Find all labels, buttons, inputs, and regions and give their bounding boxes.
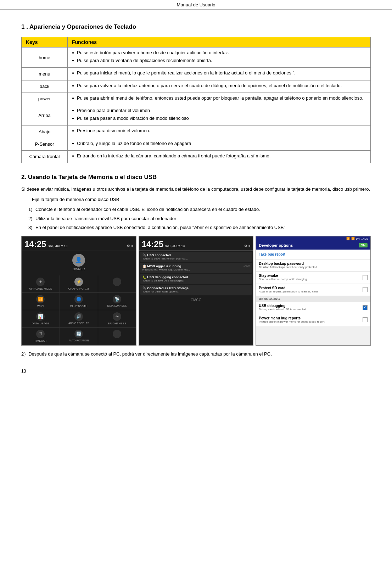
- page-header-title: Manual de Usuario: [177, 2, 215, 7]
- ss3-debugging-label: DEBUGGING: [256, 296, 370, 302]
- page-number: 13: [0, 365, 392, 377]
- table-row: home: [22, 48, 68, 68]
- screenshot-developer-options: 📶 📶 1% 14:23 Developer options ON Take b…: [256, 236, 371, 346]
- table-row: Cámara frontal: [22, 150, 68, 163]
- bottom-text: 2）Después de que la cámara se conectó al…: [21, 351, 371, 358]
- screenshot-notifications: 14:25 SAT, JULY 13 ⚙ ≡ 🔌 USB connected T…: [139, 236, 254, 346]
- table-row: power: [22, 93, 68, 105]
- screenshot-quick-settings: 14:25 SAT, JULY 13 ⚙ ≡ 👤 OWNER ✈AIRPLANE…: [21, 236, 136, 346]
- table-row: menu: [22, 68, 68, 80]
- ss1-owner: 👤 OWNER: [22, 252, 136, 272]
- screenshots-row: 14:25 SAT, JULY 13 ⚙ ≡ 👤 OWNER ✈AIRPLANE…: [21, 236, 371, 346]
- table-cell-funcs: Cúbralo, y luego la luz de fondo del tel…: [68, 138, 371, 150]
- ss3-item-usb-debugging: USB debugging Debug mode when USB is con…: [256, 302, 370, 314]
- list-item: 2)Utilizar la línea de transmisión móvil…: [21, 215, 371, 222]
- ss3-take-bug: Take bug report: [256, 250, 370, 259]
- table-row: back: [22, 80, 68, 93]
- section1-title: 1 . Apariencia y Operaciones de Teclado: [21, 23, 371, 30]
- section2-intro1: Si desea enviar música, imágenes u otros…: [21, 186, 371, 193]
- table-row: Abajo: [22, 125, 68, 138]
- power-menu-checkbox[interactable]: [363, 317, 368, 322]
- col-funciones: Funciones: [68, 37, 371, 48]
- ss3-item-protect-sd: Protect SD card Apps must request permis…: [256, 284, 370, 296]
- page-header: Manual de Usuario: [0, 0, 392, 10]
- table-cell-funcs: Pulse para abrir el menú del teléfono, e…: [68, 93, 371, 105]
- ss3-item-stay-awake: Stay awake Screen will never sleep while…: [256, 272, 370, 284]
- table-row: P-Sensor: [22, 138, 68, 150]
- ss1-grid: ✈AIRPLANE MODE ⚡CHARGING, 1% 📶WI-FI 🔵BLU…: [22, 275, 136, 345]
- ss1-time-value: 14:25: [24, 239, 46, 249]
- table-cell-funcs: Entrando en la interfaz de la cámara, ca…: [68, 150, 371, 163]
- ss3-item-desktop-backup: Desktop backup password Desktop full bac…: [256, 259, 370, 272]
- usb-debugging-checkbox[interactable]: [363, 305, 368, 310]
- table-cell-funcs: Presione para disminuir el volumen.: [68, 125, 371, 138]
- keys-table: Keys Funciones homePulse este botón para…: [21, 37, 371, 163]
- ss2-time: 14:25 SAT, JULY 13 ⚙ ≡: [139, 236, 253, 249]
- section2-intro2: Fije la tarjeta de memoria como disco US…: [21, 196, 371, 203]
- ss2-notif-usb: 🔌 USB connected Touch to copy files to/f…: [140, 252, 252, 262]
- table-cell-funcs: Pulse para volver a la interfaz anterior…: [68, 80, 371, 93]
- list-item: 3)En el panel de notificaciones aparece …: [21, 224, 371, 231]
- stay-awake-checkbox[interactable]: [363, 275, 368, 280]
- ss3-header: Developer options ON: [256, 241, 370, 250]
- steps-list: 1)Conecte el teléfono al ordenador con e…: [21, 206, 371, 231]
- table-row: Arriba: [22, 105, 68, 125]
- protect-sd-checkbox[interactable]: [363, 287, 368, 292]
- col-keys: Keys: [22, 37, 68, 48]
- table-cell-funcs: Presione para aumentar el volumenPulse p…: [68, 105, 371, 125]
- table-cell-funcs: Pulse este botón para volver a home desd…: [68, 48, 371, 68]
- list-item: 1)Conecte el teléfono al ordenador con e…: [21, 206, 371, 213]
- ss2-notif-mtklogger: 📋 MTKLogger is running 14:20 Network log…: [140, 263, 252, 273]
- section2-title: 2. Usando la Tarjeta de Memoria o el dis…: [21, 174, 371, 181]
- ss2-notif-storage: 🔌 Connected as USB Storage Touch for oth…: [140, 285, 252, 295]
- table-cell-funcs: Pulse para iniciar el menú, lo que le pe…: [68, 68, 371, 80]
- ss2-notif-debug: 🐛 USB debugging connected Touch to disab…: [140, 274, 252, 284]
- ss2-brand: CMCC: [139, 296, 253, 304]
- ss1-time: 14:25 SAT, JULY 13 ⚙ ≡: [22, 236, 136, 249]
- ss3-item-power-menu: Power menu bug reports Include option in…: [256, 314, 370, 326]
